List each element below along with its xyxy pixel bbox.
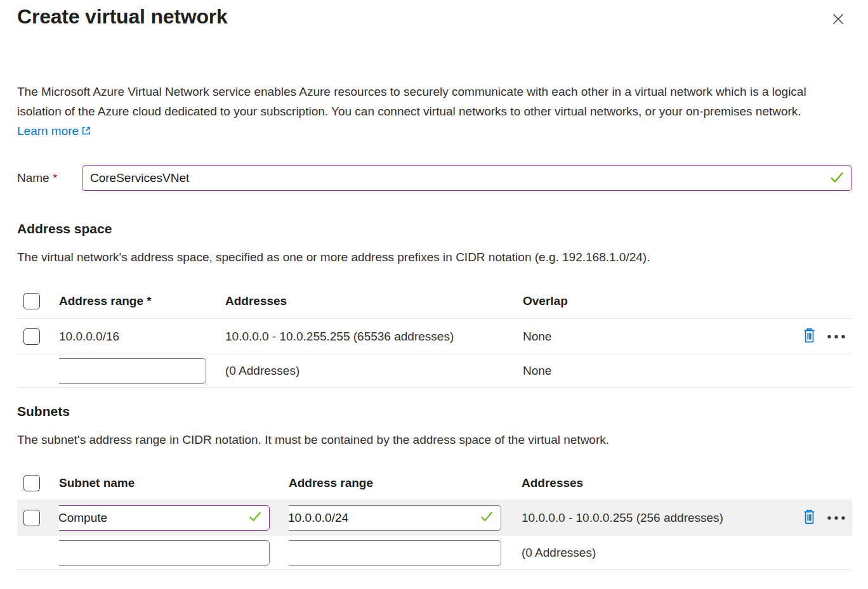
trash-icon — [802, 327, 817, 346]
new-row-overlap: None — [523, 364, 776, 378]
subnets-header-row: Subnet name Address range Addresses — [17, 467, 852, 500]
learn-more-link[interactable]: Learn more — [17, 124, 91, 138]
name-label: Name * — [17, 171, 82, 185]
column-header-subnet-addresses: Addresses — [522, 476, 776, 490]
ellipsis-icon — [827, 513, 846, 522]
name-input-wrap — [82, 165, 852, 191]
subnet-addresses-value: 10.0.0.0 - 10.0.0.255 (256 addresses) — [522, 511, 776, 525]
subnet-more-options-button[interactable] — [827, 513, 846, 522]
name-input[interactable] — [82, 165, 852, 191]
new-subnet-name-input[interactable] — [59, 540, 270, 566]
close-button[interactable] — [827, 9, 849, 30]
table-row: 10.0.0.0/16 10.0.0.0 - 10.0.255.255 (655… — [17, 318, 852, 354]
required-asterisk: * — [53, 171, 57, 184]
new-address-range-row: (0 Addresses) None — [17, 354, 852, 388]
subnets-select-all-checkbox[interactable] — [23, 475, 40, 491]
new-subnet-name-input-wrap — [59, 540, 270, 566]
subnet-row-checkbox[interactable] — [23, 510, 40, 526]
column-header-addresses: Addresses — [225, 294, 523, 308]
intro-paragraph: The Microsoft Azure Virtual Network serv… — [17, 82, 853, 141]
trash-icon — [802, 508, 817, 527]
panel-header: Create virtual network — [17, 5, 852, 29]
subnets-heading: Subnets — [17, 404, 852, 419]
page-title: Create virtual network — [17, 5, 852, 29]
subnet-address-range-input[interactable] — [289, 505, 501, 531]
name-field-row: Name * — [17, 165, 852, 191]
close-icon — [830, 11, 846, 29]
new-subnet-row: (0 Addresses) — [17, 536, 852, 570]
subnets-description: The subnet's address range in CIDR notat… — [17, 430, 852, 450]
subnets-table: Subnet name Address range Addresses — [17, 467, 852, 570]
row-checkbox[interactable] — [23, 328, 40, 345]
address-range-value: 10.0.0.0/16 — [59, 330, 225, 344]
new-address-range-input[interactable] — [59, 358, 206, 384]
column-header-subnet-name: Subnet name — [59, 476, 289, 490]
column-header-address-range: Address range * — [59, 294, 225, 308]
delete-address-range-button[interactable] — [802, 327, 817, 346]
ellipsis-icon — [827, 332, 846, 341]
column-header-overlap: Overlap — [523, 294, 776, 308]
intro-text: The Microsoft Azure Virtual Network serv… — [17, 85, 806, 118]
address-space-table: Address range * Addresses Overlap 10.0.0… — [17, 284, 852, 388]
subnet-name-input[interactable] — [59, 505, 270, 531]
select-all-checkbox[interactable] — [23, 293, 40, 309]
addresses-value: 10.0.0.0 - 10.0.255.255 (65536 addresses… — [225, 330, 523, 344]
more-options-button[interactable] — [827, 332, 846, 341]
new-row-addresses: (0 Addresses) — [225, 364, 523, 378]
overlap-value: None — [523, 330, 776, 344]
new-subnet-addresses: (0 Addresses) — [522, 546, 776, 560]
address-space-heading: Address space — [17, 221, 852, 236]
new-address-range-input-wrap — [59, 358, 206, 384]
new-subnet-address-range-input[interactable] — [289, 540, 501, 566]
create-virtual-network-panel: Create virtual network The Microsoft Azu… — [0, 0, 868, 589]
subnet-name-input-wrap — [59, 505, 270, 531]
external-link-icon — [81, 126, 91, 136]
address-space-description: The virtual network's address space, spe… — [17, 247, 852, 267]
column-header-subnet-address-range: Address range — [289, 476, 522, 490]
subnet-address-range-input-wrap — [289, 505, 501, 531]
subnet-row: 10.0.0.0 - 10.0.0.255 (256 addresses) — [17, 500, 852, 536]
new-subnet-address-range-input-wrap — [289, 540, 501, 566]
delete-subnet-button[interactable] — [802, 508, 817, 527]
address-space-header-row: Address range * Addresses Overlap — [17, 284, 852, 318]
